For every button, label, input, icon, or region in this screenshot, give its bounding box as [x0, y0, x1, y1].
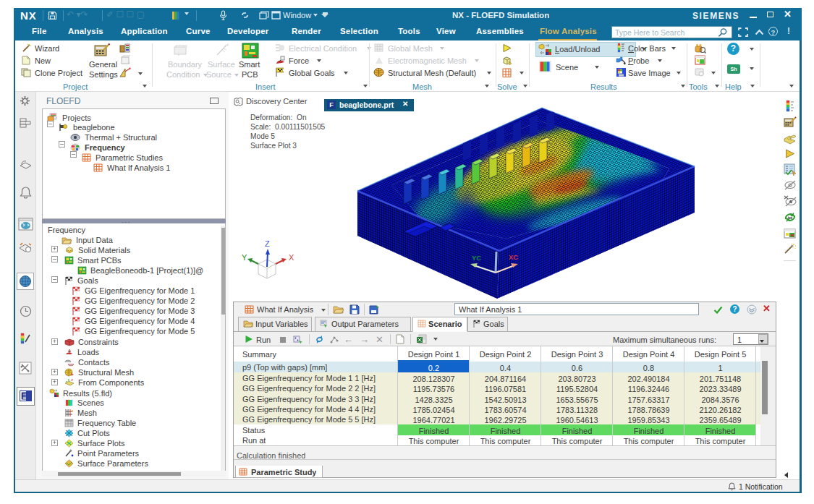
svg-text:YC: YC — [472, 254, 481, 262]
svg-text:X: X — [289, 253, 294, 262]
svg-text:F: F — [21, 391, 26, 401]
svg-text:XC: XC — [509, 253, 518, 261]
svg-text:Z: Z — [265, 239, 270, 248]
svg-text:Y: Y — [242, 253, 247, 262]
